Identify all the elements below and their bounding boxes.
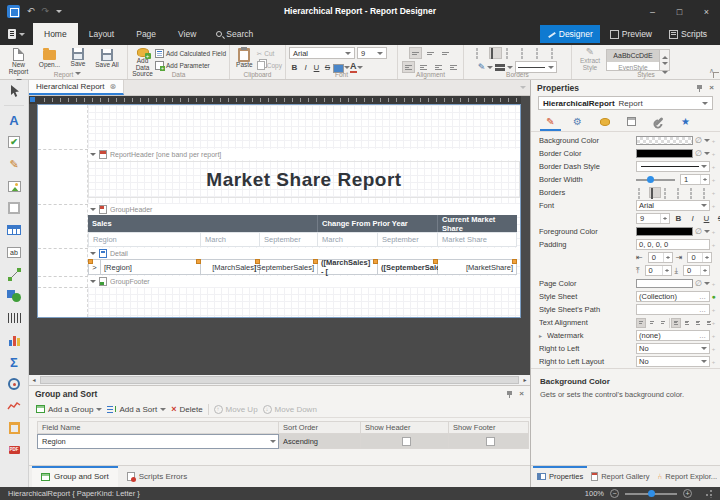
gallery-down-icon[interactable]: [662, 62, 668, 68]
qat-dropdown-icon[interactable]: [56, 10, 62, 16]
font-family-combo[interactable]: Arial: [289, 47, 355, 59]
tab-layout[interactable]: Layout: [78, 23, 126, 45]
pivot-grid-tool-icon[interactable]: Σ: [6, 354, 22, 370]
preview-mode-button[interactable]: Preview: [603, 25, 659, 43]
borders-none-button[interactable]: [636, 187, 648, 198]
layout-tab[interactable]: [618, 112, 645, 131]
application-menu-button[interactable]: [0, 23, 33, 45]
borders-right-button[interactable]: [688, 187, 700, 198]
ellipsis-button[interactable]: …: [696, 304, 710, 315]
text-align-left-button[interactable]: [671, 318, 681, 328]
column-header-march-2[interactable]: March: [318, 232, 378, 247]
column-field-name[interactable]: Field Name: [37, 421, 279, 434]
detail-cell-march-sales[interactable]: [MarchSales]: [201, 259, 260, 275]
ellipsis-button[interactable]: …: [696, 291, 710, 302]
border-dash-style-combo[interactable]: [636, 161, 710, 172]
detail-cell-march-change[interactable]: ([MarchSales] - [: [318, 259, 378, 275]
design-grid[interactable]: ReportHeader [one band per report] Marke…: [88, 105, 520, 317]
tab-view[interactable]: View: [167, 23, 207, 45]
styles-gallery-scroll[interactable]: [660, 49, 670, 71]
scroll-left-icon[interactable]: ◂: [29, 375, 39, 385]
cut-button[interactable]: ✂ Cut: [257, 49, 282, 58]
detail-cell-market-share[interactable]: [MarketShare]: [438, 259, 517, 275]
add-calculated-field-button[interactable]: Add Calculated Field: [155, 49, 226, 58]
add-group-button[interactable]: Add a Group: [36, 405, 102, 414]
add-sort-button[interactable]: Add a Sort: [107, 405, 166, 414]
barcode-tool-icon[interactable]: [6, 310, 22, 326]
style-sheet-path-value[interactable]: [636, 304, 696, 315]
align-top-button[interactable]: [409, 47, 422, 59]
property-row-right-to-left-layout[interactable]: Right to Left Layout No +: [531, 355, 720, 368]
italic-button[interactable]: I: [687, 213, 698, 225]
tab-report-explorer[interactable]: ⑃ Report Explor...: [654, 466, 720, 487]
text-align-top-button[interactable]: [636, 318, 646, 328]
text-align-bottom-button[interactable]: [658, 318, 668, 328]
borders-left-button[interactable]: [662, 187, 674, 198]
border-bottom-button[interactable]: [549, 47, 562, 59]
property-row-border-color[interactable]: Border Color ∅ +: [531, 147, 720, 160]
column-header-market-share[interactable]: Market Share: [438, 232, 517, 247]
data-tab[interactable]: [591, 112, 618, 131]
chart-tool-icon[interactable]: [6, 332, 22, 348]
paste-button[interactable]: Paste: [233, 47, 256, 71]
dock-tab-group-and-sort[interactable]: Group and Sort: [32, 466, 118, 487]
styles-gallery[interactable]: AaBbCcDdE EvenStyle: [606, 49, 660, 71]
table-group-header-row[interactable]: Sales Change From Prior Year Current Mar…: [88, 215, 517, 232]
detail-cell-september-change[interactable]: ([SeptemberSale: [378, 259, 438, 275]
column-sort-order[interactable]: Sort Order: [279, 421, 361, 434]
detail-cell-region[interactable]: [Region]: [101, 259, 201, 275]
report-title-label[interactable]: Market Share Report: [88, 161, 520, 198]
padding-top-spinner[interactable]: 0: [645, 265, 672, 276]
background-color-swatch[interactable]: [636, 136, 693, 145]
checkbox-tool-icon[interactable]: ✔: [6, 134, 22, 150]
property-row-right-to-left[interactable]: Right to Left No +: [531, 342, 720, 355]
new-report-button[interactable]: New Report: [3, 47, 34, 71]
property-row-style-sheet[interactable]: Style Sheet (Collection)… ●: [531, 290, 720, 303]
resize-grip[interactable]: [704, 490, 712, 498]
column-header-september[interactable]: September: [260, 232, 318, 247]
column-header-march[interactable]: March: [201, 232, 260, 247]
border-all-button[interactable]: [489, 47, 502, 59]
align-middle-button[interactable]: [424, 47, 437, 59]
add-parameter-button[interactable]: Add Parameter: [155, 61, 226, 70]
align-bottom-button[interactable]: [439, 47, 452, 59]
band-group-header[interactable]: GroupHeader: [88, 204, 520, 215]
column-header-september-2[interactable]: September: [378, 232, 438, 247]
table-tool-icon[interactable]: [6, 222, 22, 238]
design-surface[interactable]: ReportHeader [one band per report] Marke…: [29, 96, 530, 385]
sort-order-cell[interactable]: Ascending: [279, 434, 361, 449]
page-color-swatch[interactable]: [636, 279, 693, 288]
strikeout-button[interactable]: S: [715, 213, 720, 225]
padding-bottom-spinner[interactable]: 0: [683, 265, 710, 276]
column-show-footer[interactable]: Show Footer: [449, 421, 529, 434]
open-button[interactable]: Open...: [35, 47, 64, 71]
show-header-checkbox[interactable]: [402, 437, 411, 446]
right-to-left-layout-combo[interactable]: No: [636, 356, 710, 367]
save-all-button[interactable]: Save All: [92, 47, 122, 71]
no-color-icon[interactable]: ∅: [695, 279, 702, 288]
band-group-footer[interactable]: GroupFooter: [88, 276, 520, 287]
text-align-right-button[interactable]: [693, 318, 703, 328]
add-data-source-button[interactable]: Add Data Source: [131, 47, 154, 71]
style-sheet-value[interactable]: (Collection): [636, 291, 696, 302]
show-header-cell[interactable]: [361, 434, 449, 449]
zoom-slider-knob[interactable]: [648, 490, 655, 497]
copy-button[interactable]: Copy: [257, 61, 282, 70]
richtext-tool-icon[interactable]: ✎: [6, 156, 22, 172]
padding-right-spinner[interactable]: 0: [687, 252, 712, 263]
show-footer-cell[interactable]: [449, 434, 529, 449]
property-row-font[interactable]: Font Arial +: [531, 199, 720, 212]
band-collapse-icon[interactable]: [90, 153, 96, 159]
character-comb-tool-icon[interactable]: ab: [6, 244, 22, 260]
column-show-header[interactable]: Show Header: [361, 421, 449, 434]
property-row-foreground-color[interactable]: Foreground Color ∅ +: [531, 225, 720, 238]
property-row-watermark[interactable]: ▸ Watermark (none)… +: [531, 329, 720, 342]
table-column-header-row[interactable]: Region March September March September M…: [88, 232, 517, 247]
zoom-out-icon[interactable]: −: [610, 489, 619, 498]
band-collapse-icon[interactable]: [90, 252, 96, 258]
detail-cell-september-sales[interactable]: [SeptemberSales]: [260, 259, 318, 275]
property-row-text-alignment[interactable]: Text Alignment +: [531, 316, 720, 329]
border-left-button[interactable]: [504, 47, 517, 59]
document-tab-hierarchical-report[interactable]: Hierarchical Report ⊗: [29, 80, 124, 95]
font-size-combo[interactable]: 9: [357, 47, 387, 59]
